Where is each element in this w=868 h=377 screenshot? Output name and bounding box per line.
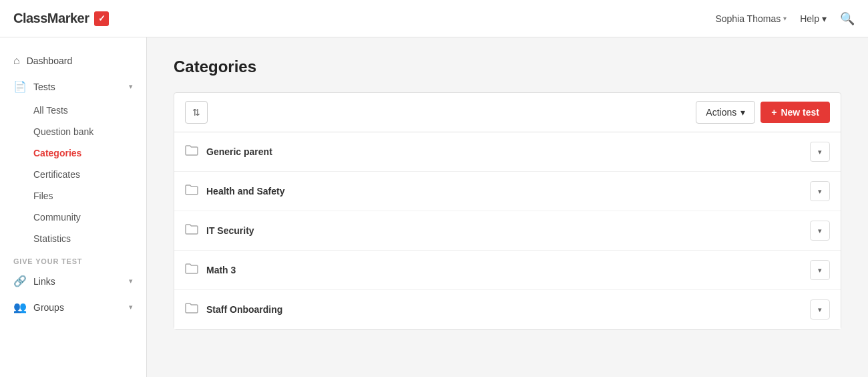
main-layout: ⌂ Dashboard 📄 Tests ▾ All Tests Question… [0, 37, 868, 377]
categories-list: Generic parent ▾ Health and Safety ▾ IT … [174, 132, 841, 329]
tests-label: Tests [33, 82, 55, 92]
files-label: Files [33, 191, 53, 201]
all-tests-label: All Tests [33, 105, 68, 116]
user-menu[interactable]: Sophia Thomas ▾ [715, 13, 787, 24]
certificates-label: Certificates [33, 169, 80, 180]
categories-table: ⇅ Actions ▾ + New test Generic [174, 92, 841, 330]
user-name: Sophia Thomas [715, 13, 781, 24]
community-label: Community [33, 212, 81, 223]
sidebar-item-all-tests[interactable]: All Tests [0, 100, 146, 121]
help-menu[interactable]: Help ▾ [800, 13, 827, 24]
question-bank-label: Question bank [33, 126, 93, 137]
logo-area: ClassMarker [13, 11, 109, 26]
home-icon: ⌂ [13, 55, 20, 67]
sidebar-item-dashboard[interactable]: ⌂ Dashboard [0, 48, 146, 74]
links-chevron-icon: ▾ [129, 277, 133, 285]
actions-chevron-icon: ▾ [740, 107, 745, 118]
new-test-plus-icon: + [771, 107, 777, 118]
links-icon: 🔗 [13, 275, 27, 287]
category-expand-button[interactable]: ▾ [810, 260, 830, 280]
actions-label: Actions [706, 107, 736, 118]
page-title: Categories [174, 57, 841, 76]
sidebar-item-categories[interactable]: Categories [0, 142, 146, 164]
content-area: Categories ⇅ Actions ▾ + New test [147, 37, 868, 377]
topnav: ClassMarker Sophia Thomas ▾ Help ▾ 🔍 [0, 0, 868, 37]
category-expand-button[interactable]: ▾ [810, 299, 830, 320]
tests-icon: 📄 [13, 80, 27, 93]
folder-icon [185, 263, 198, 278]
category-name: Math 3 [206, 265, 810, 275]
sidebar-item-question-bank[interactable]: Question bank [0, 121, 146, 142]
categories-label: Categories [33, 148, 81, 158]
sidebar-item-certificates[interactable]: Certificates [0, 164, 146, 185]
category-name: Staff Onboarding [206, 304, 810, 315]
search-icon[interactable]: 🔍 [840, 11, 855, 26]
category-expand-button[interactable]: ▾ [810, 142, 830, 162]
table-row: IT Security ▾ [174, 211, 841, 251]
categories-toolbar: ⇅ Actions ▾ + New test [174, 93, 841, 132]
sort-button[interactable]: ⇅ [185, 101, 208, 124]
sidebar-item-groups[interactable]: 👥 Groups ▾ [0, 294, 146, 320]
sidebar-item-tests[interactable]: 📄 Tests ▾ [0, 74, 146, 100]
groups-chevron-icon: ▾ [129, 303, 133, 311]
folder-icon [185, 184, 198, 199]
sidebar-item-statistics[interactable]: Statistics [0, 228, 146, 249]
sidebar-item-links[interactable]: 🔗 Links ▾ [0, 268, 146, 294]
groups-icon: 👥 [13, 301, 27, 313]
folder-icon [185, 302, 198, 318]
tests-chevron-icon: ▾ [129, 82, 133, 91]
sidebar-item-community[interactable]: Community [0, 207, 146, 228]
logo-text: ClassMarker [13, 11, 89, 26]
actions-button[interactable]: Actions ▾ [696, 101, 755, 124]
category-expand-button[interactable]: ▾ [810, 181, 830, 201]
topnav-right: Sophia Thomas ▾ Help ▾ 🔍 [715, 11, 855, 26]
sidebar: ⌂ Dashboard 📄 Tests ▾ All Tests Question… [0, 37, 147, 377]
category-name: IT Security [206, 225, 810, 236]
dashboard-label: Dashboard [27, 55, 73, 66]
category-expand-button[interactable]: ▾ [810, 221, 830, 241]
new-test-label: New test [781, 107, 819, 118]
help-label: Help [800, 13, 819, 24]
statistics-label: Statistics [33, 233, 71, 244]
give-test-section-label: Give your test [0, 249, 146, 268]
toolbar-right: Actions ▾ + New test [696, 101, 830, 124]
table-row: Staff Onboarding ▾ [174, 290, 841, 329]
category-name: Health and Safety [206, 186, 810, 197]
category-name: Generic parent [206, 146, 810, 157]
help-chevron-icon: ▾ [822, 13, 827, 24]
logo-icon [94, 11, 109, 26]
table-row: Generic parent ▾ [174, 132, 841, 172]
table-row: Math 3 ▾ [174, 251, 841, 290]
new-test-button[interactable]: + New test [761, 102, 830, 123]
groups-label: Groups [33, 302, 64, 313]
user-chevron-icon: ▾ [783, 15, 787, 22]
folder-icon [185, 144, 198, 160]
table-row: Health and Safety ▾ [174, 172, 841, 211]
sidebar-item-files[interactable]: Files [0, 185, 146, 207]
links-label: Links [33, 276, 55, 287]
folder-icon [185, 223, 198, 239]
